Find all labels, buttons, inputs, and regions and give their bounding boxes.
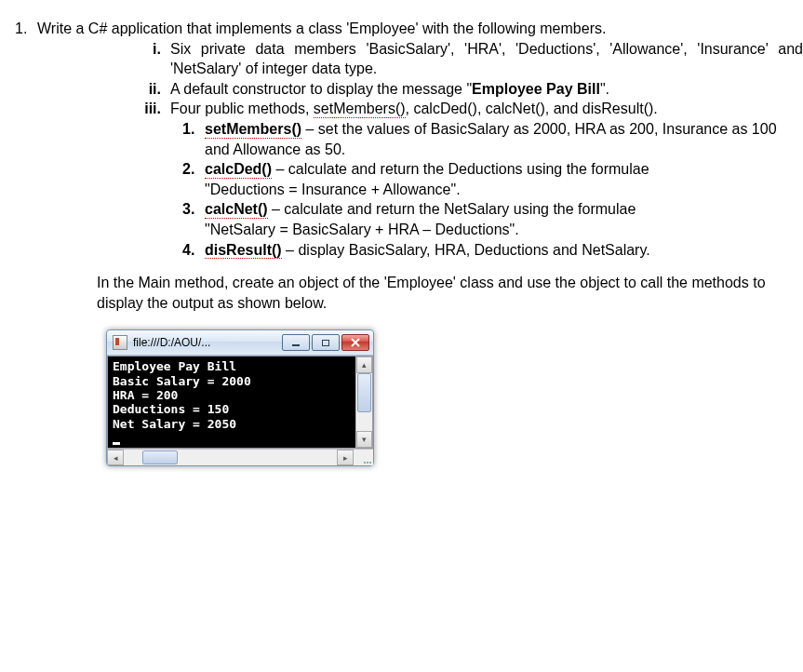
text-fragment: , calcDed(), calcNet(), and disResult().: [406, 101, 658, 116]
scroll-up-button[interactable]: ▴: [356, 356, 372, 373]
output-line: Net Salary = 2050: [113, 417, 236, 431]
subitem-2: 2. calcDed() – calculate and return the …: [182, 159, 803, 199]
text-fragment: – calculate and return the NetSalary usi…: [268, 201, 636, 217]
sub-number: 2.: [182, 159, 205, 199]
text-fragment: – calculate and return the Deductions us…: [272, 161, 649, 177]
hscroll-track[interactable]: [124, 450, 337, 465]
output-line: Basic Salary = 2000: [113, 374, 251, 388]
titlebar[interactable]: file:///D:/AOU/...: [107, 330, 373, 356]
sub-text: setMembers() – set the values of BasicSa…: [205, 119, 803, 159]
method-name: calcNet(): [205, 202, 268, 219]
sub-text: disResult() – display BasicSalary, HRA, …: [205, 240, 803, 261]
roman-label: i.: [131, 39, 170, 79]
formula-text: "NetSalary = BasicSalary + HRA – Deducti…: [205, 222, 519, 237]
item-i: i. Six private data members 'BasicSalary…: [131, 39, 803, 79]
text-fragment: Four public methods,: [170, 101, 314, 116]
method-name: setMembers(): [314, 101, 406, 118]
output-line: HRA = 200: [113, 388, 178, 402]
window-title: file:///D:/AOU/...: [133, 335, 282, 350]
method-name: disResult(): [205, 243, 282, 260]
minimize-button[interactable]: [282, 334, 310, 351]
subitem-3: 3. calcNet() – calculate and return the …: [182, 199, 803, 239]
subitem-4: 4. disResult() – display BasicSalary, HR…: [182, 240, 803, 261]
close-button[interactable]: [341, 334, 369, 351]
question-number: 1.: [15, 19, 37, 39]
console-body: Employee Pay Bill Basic Salary = 2000 HR…: [107, 356, 373, 449]
cursor-icon: [113, 442, 120, 445]
close-icon: [351, 338, 360, 347]
question-row: 1. Write a C# application that implement…: [15, 19, 803, 39]
sub-number: 3.: [182, 199, 205, 239]
scroll-left-button[interactable]: ◂: [107, 450, 124, 465]
app-icon: [113, 335, 127, 350]
text-fragment: A default constructor to display the mes…: [170, 81, 472, 97]
hscroll-row: ◂ ▸: [107, 449, 373, 465]
item-text: A default constructor to display the mes…: [170, 79, 803, 100]
roman-label: ii.: [131, 79, 170, 100]
item-text: Four public methods, setMembers(), calcD…: [170, 99, 803, 119]
bold-text: Employee Pay Bill: [472, 81, 600, 97]
item-ii: ii. A default constructor to display the…: [131, 79, 803, 100]
question-intro: Write a C# application that implements a…: [37, 19, 803, 39]
window-controls: [282, 334, 369, 351]
item-iii: iii. Four public methods, setMembers(), …: [131, 99, 803, 119]
scroll-track[interactable]: [356, 373, 372, 431]
output-line: Deductions = 150: [113, 402, 229, 416]
text-fragment: ".: [600, 81, 609, 97]
console-window: file:///D:/AOU/... Employee Pay Bill Bas…: [106, 329, 374, 466]
maximize-button[interactable]: [312, 334, 340, 351]
sub-text: calcNet() – calculate and return the Net…: [205, 199, 803, 239]
horizontal-scrollbar[interactable]: ◂ ▸: [107, 450, 354, 465]
console-output[interactable]: Employee Pay Bill Basic Salary = 2000 HR…: [108, 356, 355, 448]
method-name: calcDed(): [205, 162, 272, 179]
method-name: setMembers(): [205, 122, 301, 139]
sub-number: 4.: [182, 240, 205, 261]
item-text: Six private data members 'BasicSalary', …: [170, 39, 803, 79]
sub-text: calcDed() – calculate and return the Ded…: [205, 159, 803, 199]
scroll-thumb[interactable]: [357, 373, 371, 412]
resize-grip[interactable]: [354, 450, 373, 465]
roman-label: iii.: [131, 99, 170, 119]
output-line: Employee Pay Bill: [113, 359, 236, 373]
vertical-scrollbar[interactable]: ▴ ▾: [355, 356, 372, 448]
subitem-1: 1. setMembers() – set the values of Basi…: [182, 119, 803, 159]
scroll-right-button[interactable]: ▸: [337, 450, 354, 465]
followup-paragraph: In the Main method, create an object of …: [97, 273, 803, 313]
text-fragment: – display BasicSalary, HRA, Deductions a…: [282, 242, 650, 258]
sub-number: 1.: [182, 119, 205, 159]
scroll-down-button[interactable]: ▾: [356, 431, 372, 448]
hscroll-thumb[interactable]: [142, 450, 178, 464]
formula-text: "Deductions = Insurance + Allowance".: [205, 181, 461, 197]
